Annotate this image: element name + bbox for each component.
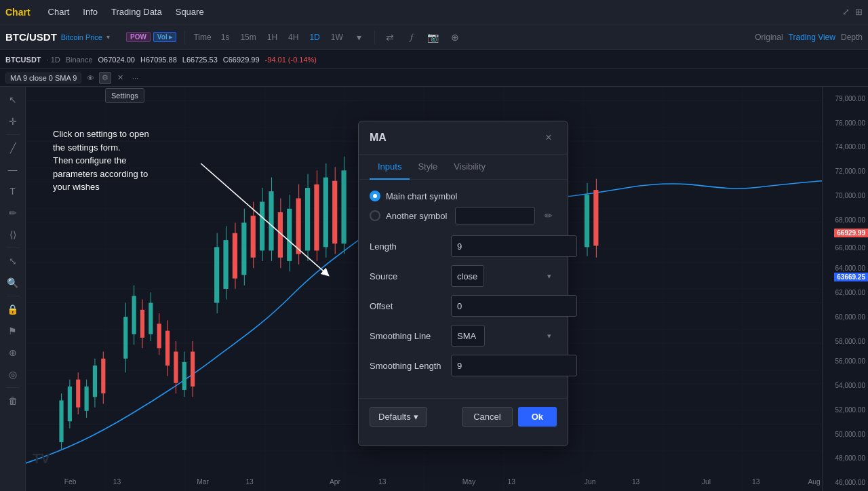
smoothing-length-input[interactable] xyxy=(451,355,577,376)
indicators-icon[interactable]: 𝑓 xyxy=(402,28,421,47)
svg-rect-45 xyxy=(233,233,237,279)
nav-trading-data[interactable]: Trading Data xyxy=(104,7,169,17)
price-48000: 48,000.00 xyxy=(835,454,866,462)
source-row: Source close open high low xyxy=(370,265,557,287)
cancel-button[interactable]: Cancel xyxy=(462,407,512,427)
smoothing-line-row: Smoothing Line SMA EMA WMA xyxy=(370,325,557,347)
tf-1w[interactable]: 1W xyxy=(327,31,347,44)
time-label: Time xyxy=(193,33,211,42)
chart-area[interactable]: Feb 13 Mar 13 Apr 13 May 13 Jun 13 Jul 1… xyxy=(26,87,822,491)
tab-visibility[interactable]: Visibility xyxy=(446,155,494,180)
price-54000: 54,000.00 xyxy=(835,382,866,389)
tv-watermark: TV xyxy=(33,451,50,467)
modal-close-button[interactable]: × xyxy=(540,130,557,146)
close-indicator-icon[interactable]: ✕ xyxy=(114,72,126,84)
expand-icon[interactable]: ⤢ xyxy=(842,7,850,17)
eye-icon[interactable]: 👁 xyxy=(84,72,96,84)
top-right-btns: Original Trading View Depth xyxy=(755,33,863,42)
price-scale: 79,000.00 76,000.00 74,000.00 72,000.00 … xyxy=(822,87,868,491)
sidebar-divider-1 xyxy=(6,134,20,135)
toolbar: BTC/USDT Bitcoin Price ▾ POW Vol ▸ Time … xyxy=(0,24,868,50)
price-50000: 50,000.00 xyxy=(835,431,866,438)
crosshair-tool-icon[interactable]: ✛ xyxy=(3,111,23,132)
tf-1d[interactable]: 1D xyxy=(305,31,323,44)
tf-4h[interactable]: 4H xyxy=(284,31,302,44)
settings-tooltip: Settings xyxy=(105,88,144,103)
snapshot-tool-icon[interactable]: ◎ xyxy=(3,364,23,385)
tab-style[interactable]: Style xyxy=(410,155,446,180)
sidebar-divider-2 xyxy=(6,248,20,248)
length-label: Length xyxy=(370,241,451,252)
svg-text:Aug: Aug xyxy=(808,478,821,486)
svg-text:13: 13 xyxy=(378,478,387,486)
flag-icon[interactable]: ⚑ xyxy=(3,321,23,341)
offset-input[interactable] xyxy=(451,295,577,317)
vol-badge: Vol ▸ xyxy=(153,32,177,42)
zoom-tool-icon[interactable]: 🔍 xyxy=(3,273,23,293)
length-row: Length xyxy=(370,235,557,257)
depth-btn[interactable]: Depth xyxy=(841,33,863,42)
compare-icon[interactable]: ⇄ xyxy=(380,28,399,47)
price-76000: 76,000.00 xyxy=(835,119,866,127)
open-price: O67024.00 xyxy=(98,56,135,64)
snapshot-icon[interactable]: 📷 xyxy=(424,28,443,47)
radio-another-symbol[interactable]: Another symbol ✏ xyxy=(370,207,557,224)
exchange-label: Binance xyxy=(66,56,93,64)
smoothing-line-select[interactable]: SMA EMA WMA xyxy=(451,325,485,347)
low-price: L66725.53 xyxy=(182,56,218,64)
more-options-icon[interactable]: ··· xyxy=(129,72,141,84)
high-price: H67095.88 xyxy=(140,56,177,64)
divider xyxy=(184,31,185,44)
sidebar-divider-3 xyxy=(6,296,20,296)
fibonacci-tool-icon[interactable]: ⟨⟩ xyxy=(3,224,23,245)
text-tool-icon[interactable]: T xyxy=(3,181,23,201)
settings-gear-icon[interactable]: ⚙ xyxy=(99,72,111,84)
horizontal-line-icon[interactable]: ― xyxy=(3,159,23,180)
grid-icon[interactable]: ⊞ xyxy=(855,7,863,17)
radio-main-symbol[interactable]: Main chart symbol xyxy=(370,191,557,201)
symbol-sub[interactable]: Bitcoin Price xyxy=(61,33,102,41)
trendline-tool-icon[interactable]: ╱ xyxy=(3,138,23,158)
tf-1s[interactable]: 1s xyxy=(217,31,234,44)
add-icon[interactable]: ⊕ xyxy=(446,28,465,47)
trading-view-btn[interactable]: Trading View xyxy=(789,33,835,42)
length-input[interactable] xyxy=(451,235,577,257)
modal-body: Main chart symbol Another symbol ✏ Lengt… xyxy=(359,180,568,395)
ok-button[interactable]: Ok xyxy=(518,407,557,427)
symbol-input-box[interactable] xyxy=(455,207,535,224)
magnet-icon[interactable]: ⊕ xyxy=(3,342,23,363)
svg-text:Jun: Jun xyxy=(585,478,596,486)
nav-chart[interactable]: Chart xyxy=(41,7,77,17)
price-64000: 64,000.00 xyxy=(835,264,866,272)
main-layout: ↖ ✛ ╱ ― T ✏ ⟨⟩ ⤡ 🔍 🔒 ⚑ ⊕ ◎ 🗑 xyxy=(0,87,868,491)
interval-label: · 1D xyxy=(47,56,60,64)
indicator-bar: MA 9 close 0 SMA 9 👁 ⚙ ✕ ··· Settings xyxy=(0,69,868,87)
symbol-dropdown-arrow[interactable]: ▾ xyxy=(106,33,110,41)
pow-badge: POW xyxy=(126,32,151,42)
lock-icon[interactable]: 🔒 xyxy=(3,299,23,319)
price-79000: 79,000.00 xyxy=(835,95,866,102)
defaults-button[interactable]: Defaults ▾ xyxy=(370,407,427,427)
svg-rect-65 xyxy=(323,178,328,248)
smoothing-line-label: Smoothing Line xyxy=(370,331,451,341)
cursor-tool-icon[interactable]: ↖ xyxy=(3,90,23,110)
symbol-edit-icon[interactable]: ✏ xyxy=(540,208,557,224)
tf-15m[interactable]: 15m xyxy=(236,31,260,44)
tab-inputs[interactable]: Inputs xyxy=(370,155,410,180)
tf-1h[interactable]: 1H xyxy=(263,31,281,44)
price-62000: 62,000.00 xyxy=(835,289,866,296)
svg-text:Jul: Jul xyxy=(702,478,711,486)
original-btn[interactable]: Original xyxy=(755,33,783,42)
change-label: -94.01 (-0.14%) xyxy=(265,56,317,64)
price-74000: 74,000.00 xyxy=(835,143,866,151)
brush-tool-icon[interactable]: ✏ xyxy=(3,203,23,223)
nav-info[interactable]: Info xyxy=(76,7,104,17)
source-select[interactable]: close open high low xyxy=(451,265,484,287)
measure-tool-icon[interactable]: ⤡ xyxy=(3,251,23,271)
nav-square[interactable]: Square xyxy=(169,7,211,17)
symbol-name[interactable]: BTC/USDT xyxy=(5,31,57,43)
modal-header: MA × xyxy=(359,121,568,155)
radio-another-symbol-indicator xyxy=(370,210,380,221)
trash-icon[interactable]: 🗑 xyxy=(3,391,23,411)
tf-more-dropdown[interactable]: ▾ xyxy=(350,28,369,47)
